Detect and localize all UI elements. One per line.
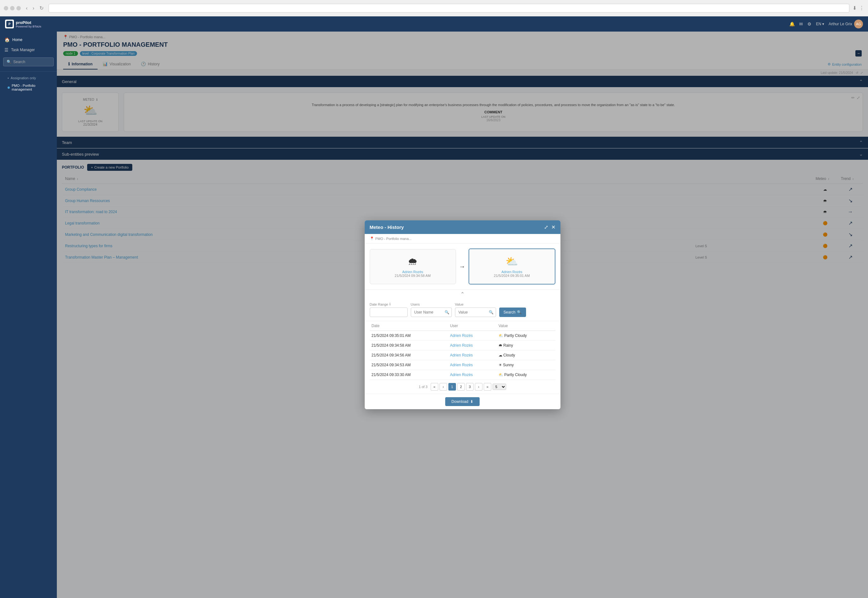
users-search-icon: 🔍 [445,310,449,314]
date-range-input[interactable] [370,308,408,317]
modal-header: Meteo - History ⤢ ✕ [365,220,560,234]
weather-icon-right: ⛅ [475,256,548,268]
filter-users: Users 🔍 [411,302,452,317]
history-card-left: 🌧 Adrien Rozès 21/5/2024 09:34:58 AM [370,249,456,284]
collapse-section: ⌃ [365,290,560,298]
history-modal: Meteo - History ⤢ ✕ 📍 PMO - Portfolio ma… [365,220,560,409]
sidebar-divider [0,71,57,72]
history-user-right: Adrien Rozès [475,270,548,274]
page-2-button[interactable]: 2 [457,383,465,390]
search-input[interactable] [13,60,50,64]
page-last-button[interactable]: » [484,383,491,390]
browser-chrome: ‹ › ↻ ⬇ ⋮ [0,0,868,16]
page-1-button[interactable]: 1 [448,383,456,390]
history-date-right: 21/5/2024 09:35:01 AM [475,274,548,278]
active-dot [7,87,10,89]
user-menu[interactable]: Arthur Le Grix AG [829,19,863,28]
browser-dot-yellow [10,6,15,10]
sidebar-item-taskmanager[interactable]: ☰ Task Manager [0,45,57,55]
sidebar-search[interactable]: 🔍 [3,57,54,66]
date-range-label: Date Range ℹ [370,302,408,306]
bell-icon[interactable]: 🔔 [789,21,795,27]
avatar: AG [854,19,863,28]
search-icon: 🔍 [7,60,11,64]
modal-title: Meteo - History [370,224,404,230]
browser-actions: ⬇ ⋮ [853,5,864,11]
search-button[interactable]: Search 🔍 [499,308,526,317]
sidebar-sub-assignation[interactable]: • Assignation only [0,74,57,82]
history-row-user: Adrien Rozès [448,360,497,370]
history-row-date: 21/5/2024 09:35:01 AM [370,331,448,341]
users-label: Users [411,302,452,306]
modal-expand-button[interactable]: ⤢ [544,224,548,230]
history-row-value: 🌧 Rainy [497,341,556,350]
modal-overlay: Meteo - History ⤢ ✕ 📍 PMO - Portfolio ma… [57,31,868,598]
value-search-icon: 🔍 [489,310,493,314]
browser-nav: ‹ › ↻ [24,4,45,12]
forward-button[interactable]: › [31,5,36,12]
modal-location-icon: 📍 [370,236,374,241]
download-icon: ⬇ [853,5,857,11]
col-user: User [448,321,497,331]
sidebar-sub-pmo[interactable]: PMO - Portfolio management [0,82,57,93]
search-btn-icon: 🔍 [517,310,521,314]
history-row-date: 21/5/2024 09:33:30 AM [370,370,448,380]
page-first-button[interactable]: « [431,383,438,390]
history-table-section: Date User Value 21/5/2024 09:35:01 AM Ad… [365,321,560,380]
mail-icon[interactable]: ✉ [799,21,803,27]
history-row-date: 21/5/2024 09:34:56 AM [370,350,448,360]
download-icon: ⬇ [470,399,473,404]
home-icon: 🏠 [4,37,10,42]
browser-dot-green [16,6,21,10]
history-row-value: ☀ Sunny [497,360,556,370]
collapse-button[interactable]: ⌃ [460,291,465,297]
logo-text: proPilot Powered by BTaUs [16,20,41,28]
refresh-button[interactable]: ↻ [37,4,45,12]
users-input-wrapper: 🔍 [411,308,452,317]
history-user-left: Adrien Rozès [376,270,449,274]
list-item: 21/5/2024 09:34:56 AM Adrien Rozès ☁ Clo… [370,350,556,360]
weather-icon-left: 🌧 [376,256,449,268]
filter-value: Value 🔍 [455,302,496,317]
history-row-value: ☁ Cloudy [497,350,556,360]
history-compare: 🌧 Adrien Rozès 21/5/2024 09:34:58 AM → ⛅… [365,244,560,290]
page-prev-button[interactable]: ‹ [439,383,447,390]
back-button[interactable]: ‹ [24,5,29,12]
history-date-left: 21/5/2024 09:34:58 AM [376,274,449,278]
col-value: Value [497,321,556,331]
history-row-value: ⛅ Partly Cloudy [497,370,556,380]
bullet-icon: • [7,76,9,80]
logo-icon: P [5,19,14,28]
main-layout: 🏠 Home ☰ Task Manager 🔍 • Assignation on… [0,31,868,598]
history-row-date: 21/5/2024 09:34:53 AM [370,360,448,370]
settings-icon[interactable]: ⚙ [807,21,811,27]
list-item: 21/5/2024 09:34:53 AM Adrien Rozès ☀ Sun… [370,360,556,370]
per-page-select[interactable]: 5 10 20 [493,384,506,390]
modal-breadcrumb: 📍 PMO - Portfolio mana... [365,234,560,244]
lang-selector[interactable]: EN ▾ [816,22,824,26]
address-bar[interactable] [49,4,849,13]
app-container: P proPilot Powered by BTaUs 🔔 ✉ ⚙ EN ▾ A… [0,16,868,598]
modal-close-button[interactable]: ✕ [551,224,556,230]
content-area: 📍 PMO - Portfolio mana... PMO - PORTFOLI… [57,31,868,598]
value-label: Value [455,302,496,306]
page-3-button[interactable]: 3 [466,383,474,390]
list-item: 21/5/2024 09:33:30 AM Adrien Rozès ⛅ Par… [370,370,556,380]
filter-row: Date Range ℹ Users [370,302,556,317]
history-arrow: → [459,263,465,270]
top-navbar: P proPilot Powered by BTaUs 🔔 ✉ ⚙ EN ▾ A… [0,16,868,31]
history-row-user: Adrien Rozès [448,370,497,380]
download-button[interactable]: Download ⬇ [445,397,480,406]
history-row-date: 21/5/2024 09:34:58 AM [370,341,448,350]
download-section: Download ⬇ [365,394,560,409]
page-next-button[interactable]: › [475,383,483,390]
app-logo: P proPilot Powered by BTaUs [5,19,41,28]
history-row-user: Adrien Rozès [448,350,497,360]
col-date: Date [370,321,448,331]
browser-dots [4,6,21,10]
value-input-wrapper: 🔍 [455,308,496,317]
list-item: 21/5/2024 09:34:58 AM Adrien Rozès 🌧 Rai… [370,341,556,350]
sidebar-item-home[interactable]: 🏠 Home [0,35,57,45]
task-icon: ☰ [4,47,9,52]
browser-dot-red [4,6,8,10]
